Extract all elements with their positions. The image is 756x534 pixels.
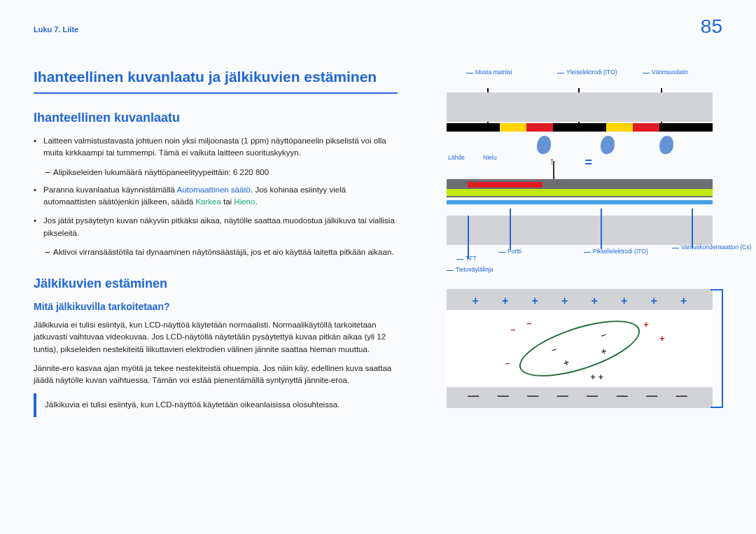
tft-stack [447, 179, 713, 216]
label-source: Lähde [448, 154, 465, 161]
label-gate: Portti [498, 248, 522, 255]
minus-icon: — [676, 390, 692, 402]
layer-gate [447, 189, 713, 196]
text: Paranna kuvanlaatua käynnistämällä [43, 185, 177, 194]
plus-icon: + [502, 295, 508, 307]
plus-icon: + [659, 333, 665, 344]
lcd-diagram: Musta matriisi Yleiselektrodi (ITO) Väri… [426, 69, 727, 412]
plus-icon: + [472, 295, 479, 307]
plus-icon: + + [590, 372, 603, 382]
label-pixel-electrode: Pikselielektrodi (ITO) [584, 248, 648, 255]
leader-line [692, 209, 693, 248]
header: Luku 7. Liite 85 [34, 25, 722, 34]
crystal-ellipse: – – + + [513, 309, 646, 388]
leader-line [601, 209, 602, 249]
plus-icon: + [643, 319, 649, 330]
paragraph: Jännite-ero kasvaa ajan myötä ja tekee n… [34, 363, 398, 387]
minus-icon: — [527, 390, 542, 402]
plus-icon: + [561, 295, 568, 307]
leader-line [468, 216, 469, 259]
link-text: Automaattinen säätö [177, 185, 251, 194]
list-item: Jos jätät pysäytetyn kuvan näkyviin pitk… [34, 215, 398, 239]
leader-line [510, 209, 511, 249]
minus-icon: — [646, 390, 662, 402]
minus-icon: – [599, 329, 608, 341]
paragraph: Jälkikuvia ei tulisi esiintyä, kun LCD-n… [34, 319, 398, 356]
layer-source-drain [468, 182, 542, 188]
page-number: 85 [701, 15, 722, 38]
plus-icon: + [680, 295, 687, 307]
minus-icon: — [498, 390, 513, 402]
note-text: Jälkikuvia ei tulisi esiintyä, kun LCD-n… [45, 400, 340, 409]
label-color-filter: Värinsuodatin [643, 69, 688, 76]
section1-list: Laitteen valmistustavasta johtuen noin y… [34, 135, 398, 258]
label-common-electrode: Yleiselektrodi (ITO) [557, 69, 617, 76]
text: . [255, 197, 257, 206]
list-subitem: Aktivoi virransäästötila tai dynaaminen … [34, 246, 398, 258]
minus-icon: – [505, 358, 510, 368]
plus-icon: + [651, 295, 657, 307]
bracket-connector [710, 289, 723, 408]
label-black-matrix: Musta matriisi [466, 69, 512, 76]
section2-title: Jälkikuvien estäminen [34, 276, 398, 291]
plus-row: ++++++++ [447, 295, 713, 307]
link-text: Karkea [195, 197, 220, 206]
minus-icon: — [617, 390, 632, 402]
page: Luku 7. Liite 85 Ihanteellinen kuvanlaat… [0, 0, 756, 534]
link-text: Hieno [234, 197, 255, 206]
layer-data-line [447, 200, 713, 204]
main-title: Ihanteellinen kuvanlaatu ja jälkikuvien … [34, 69, 398, 94]
layer-color-filter [447, 123, 713, 132]
list-item: Laitteen valmistustavasta johtuen noin y… [34, 135, 398, 160]
label-data-line: Tietoväylälinja [447, 266, 493, 273]
crystal-icon [537, 135, 551, 155]
crystal-icon [659, 135, 673, 155]
layer-top-glass [447, 92, 713, 122]
minus-icon: – [550, 344, 559, 356]
list-item: Paranna kuvanlaatua käynnistämällä Autom… [34, 184, 398, 209]
label-drain: Nielu [483, 154, 496, 161]
minus-icon: — [468, 390, 483, 402]
plus-icon: + [621, 295, 627, 307]
plus-icon: + [592, 295, 598, 307]
right-column: Musta matriisi Yleiselektrodi (ITO) Väri… [426, 69, 727, 417]
section2-subtitle: Mitä jälkikuvilla tarkoitetaan? [34, 301, 398, 312]
note-box: Jälkikuvia ei tulisi esiintyä, kun LCD-n… [34, 393, 398, 416]
plus-icon: + [562, 357, 570, 369]
minus-icon: — [587, 390, 602, 402]
plus-icon: + [532, 295, 538, 307]
crystal-ellipse-zone: – – – + + – – + + + + [447, 310, 713, 387]
plus-icon: + [600, 346, 608, 358]
section2: Jälkikuvien estäminen Mitä jälkikuvilla … [34, 276, 398, 417]
text: tai [221, 197, 234, 206]
crystal-icon [601, 135, 615, 155]
left-column: Ihanteellinen kuvanlaatu ja jälkikuvien … [34, 69, 398, 417]
arrow-up-icon [553, 161, 566, 179]
minus-icon: — [557, 390, 573, 402]
minus-row: ———————— [447, 390, 713, 402]
chapter-label: Luku 7. Liite [34, 25, 78, 34]
section1-title: Ihanteellinen kuvanlaatu [34, 111, 398, 125]
layer-bottom-glass [447, 216, 713, 245]
label-storage-capacitor: Varauskonden­saattori (Cs) [672, 244, 751, 251]
equals-icon: = [585, 155, 593, 170]
minus-icon: – [510, 324, 515, 335]
list-subitem: Alipikseleiden lukumäärä näyttöpaneelity… [34, 167, 398, 178]
content-columns: Ihanteellinen kuvanlaatu ja jälkikuvien … [34, 69, 722, 417]
charge-diagram: ++++++++ – – – + + – – + + [447, 289, 713, 408]
minus-icon: – [526, 318, 531, 328]
label-tft: TFT [456, 255, 477, 262]
